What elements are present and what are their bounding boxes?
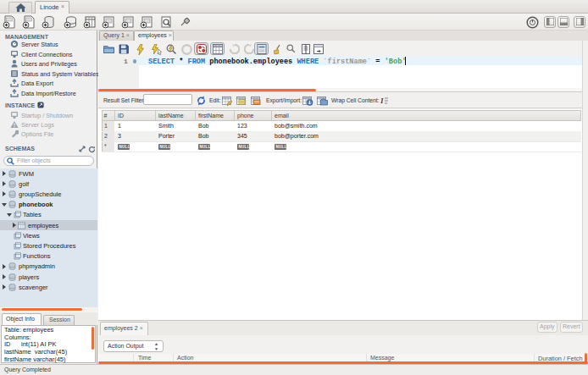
svg-text:I: I bbox=[380, 97, 384, 105]
